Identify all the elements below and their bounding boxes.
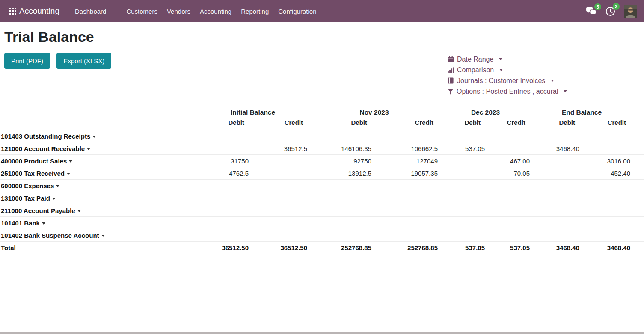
- account-dropdown-icon[interactable]: [67, 173, 70, 175]
- account-dropdown-icon[interactable]: [92, 136, 96, 138]
- table-row: 101401 Bank: [0, 217, 644, 229]
- account-cell[interactable]: 101402 Bank Suspense Account: [0, 229, 197, 242]
- journal-icon: [448, 77, 454, 84]
- amount-cell: 13912.5: [309, 167, 373, 180]
- messages-badge: 5: [594, 3, 601, 10]
- print-pdf-button[interactable]: Print (PDF): [4, 53, 50, 69]
- apps-grid-icon[interactable]: [9, 8, 16, 15]
- amount-cell: [439, 192, 487, 204]
- table-row: 121000 Account Receivable 36512.5 146106…: [0, 142, 644, 155]
- account-dropdown-icon[interactable]: [77, 210, 81, 212]
- amount-cell: [531, 192, 581, 204]
- export-xlsx-button[interactable]: Export (XLSX): [56, 53, 111, 69]
- amount-cell: [439, 130, 487, 142]
- amount-cell: [197, 204, 250, 217]
- amount-cell: [439, 167, 487, 180]
- nav-item-accounting[interactable]: Accounting: [195, 1, 236, 21]
- column-header: Credit: [487, 119, 531, 130]
- amount-cell: 3468.40: [531, 142, 581, 155]
- column-header: Debit: [309, 119, 373, 130]
- total-cell: 252768.85: [373, 242, 439, 254]
- amount-cell: [309, 180, 373, 192]
- date-range-filter[interactable]: Date Range: [448, 54, 644, 65]
- amount-cell: 127049: [373, 155, 439, 167]
- table-row: 400000 Product Sales 31750 92750 127049 …: [0, 155, 644, 167]
- amount-cell: [531, 130, 581, 142]
- debit-credit-header-row: Debit Credit Debit Credit Debit Credit D…: [0, 119, 644, 130]
- amount-cell: [373, 130, 439, 142]
- user-avatar[interactable]: [624, 5, 637, 18]
- nav-item-customers[interactable]: Customers: [122, 1, 162, 21]
- amount-cell: [373, 204, 439, 217]
- amount-cell: [581, 229, 632, 242]
- amount-cell: [439, 217, 487, 229]
- amount-cell: [487, 180, 531, 192]
- amount-cell: 537.05: [439, 142, 487, 155]
- amount-cell: [373, 217, 439, 229]
- account-dropdown-icon[interactable]: [52, 198, 56, 200]
- account-dropdown-icon[interactable]: [101, 235, 105, 237]
- period-dec-2023: Dec 2023: [439, 107, 531, 119]
- amount-cell: [581, 130, 632, 142]
- top-nav: Accounting Dashboard Customers Vendors A…: [0, 0, 644, 22]
- account-cell[interactable]: 251000 Tax Received: [0, 167, 197, 180]
- account-cell[interactable]: 400000 Product Sales: [0, 155, 197, 167]
- app-name[interactable]: Accounting: [19, 6, 59, 16]
- account-dropdown-icon[interactable]: [87, 148, 90, 150]
- main-menu: Dashboard Customers Vendors Accounting R…: [70, 1, 321, 21]
- app-switcher[interactable]: Accounting: [9, 6, 59, 16]
- period-header-row: Initial Balance Nov 2023 Dec 2023 End Ba…: [0, 107, 644, 119]
- amount-cell: [487, 192, 531, 204]
- column-header: Credit: [373, 119, 439, 130]
- nav-item-vendors[interactable]: Vendors: [162, 1, 195, 21]
- options-filter[interactable]: Options : Posted Entries , accural: [448, 86, 644, 97]
- nav-item-configuration[interactable]: Configuration: [273, 1, 321, 21]
- amount-cell: [531, 180, 581, 192]
- amount-cell: [581, 192, 632, 204]
- table-row: 101403 Outstanding Receipts: [0, 130, 644, 142]
- table-row: 101402 Bank Suspense Account: [0, 229, 644, 242]
- amount-cell: [309, 130, 373, 142]
- table-row: 211000 Account Payable: [0, 204, 644, 217]
- nav-item-reporting[interactable]: Reporting: [236, 1, 273, 21]
- account-cell[interactable]: 101401 Bank: [0, 217, 197, 229]
- amount-cell: 92750: [309, 155, 373, 167]
- activities-button[interactable]: 2: [605, 6, 615, 16]
- amount-cell: [531, 204, 581, 217]
- filter-label: Date Range: [457, 54, 493, 65]
- amount-cell: [309, 217, 373, 229]
- total-cell: 537.05: [487, 242, 531, 254]
- amount-cell: [197, 192, 250, 204]
- total-cell: 36512.50: [197, 242, 250, 254]
- trial-balance-table: Initial Balance Nov 2023 Dec 2023 End Ba…: [0, 107, 644, 254]
- amount-cell: [531, 217, 581, 229]
- table-row: 600000 Expenses: [0, 180, 644, 192]
- amount-cell: [197, 217, 250, 229]
- amount-cell: [250, 180, 309, 192]
- nav-item-dashboard[interactable]: Dashboard: [70, 1, 111, 21]
- account-dropdown-icon[interactable]: [56, 185, 59, 187]
- account-cell[interactable]: 121000 Account Receivable: [0, 142, 197, 155]
- amount-cell: [531, 167, 581, 180]
- account-cell[interactable]: 101403 Outstanding Receipts: [0, 130, 197, 142]
- account-cell[interactable]: 131000 Tax Paid: [0, 192, 197, 204]
- calendar-icon: [448, 56, 454, 62]
- total-cell: 3468.40: [581, 242, 632, 254]
- amount-cell: [197, 142, 250, 155]
- column-header: Debit: [531, 119, 581, 130]
- column-header: Debit: [197, 119, 250, 130]
- amount-cell: [373, 229, 439, 242]
- account-cell[interactable]: 211000 Account Payable: [0, 204, 197, 217]
- account-dropdown-icon[interactable]: [42, 222, 45, 225]
- amount-cell: [373, 180, 439, 192]
- page-title: Trial Balance: [4, 28, 644, 45]
- filter-label: Journals : Customer Invoices: [457, 75, 545, 86]
- journals-filter[interactable]: Journals : Customer Invoices: [448, 75, 644, 86]
- chevron-down-icon: [551, 80, 554, 82]
- comparison-filter[interactable]: Comparison: [448, 65, 644, 75]
- messages-button[interactable]: 5: [586, 7, 597, 16]
- account-cell[interactable]: 600000 Expenses: [0, 180, 197, 192]
- account-dropdown-icon[interactable]: [69, 160, 72, 163]
- amount-cell: 106662.5: [373, 142, 439, 155]
- amount-cell: [309, 204, 373, 217]
